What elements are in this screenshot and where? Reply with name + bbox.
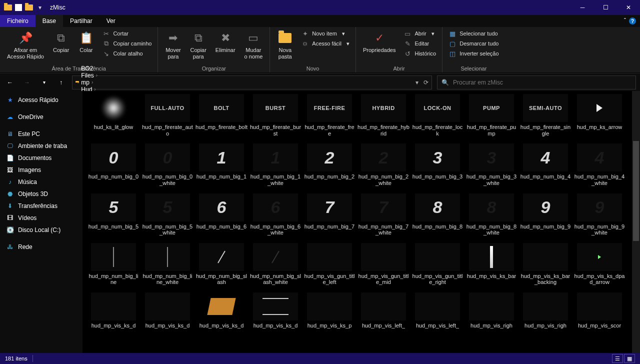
sidebar-network[interactable]: 🖧Rede xyxy=(0,241,82,253)
file-item[interactable]: hud_mp_num_big_line_white xyxy=(142,243,194,290)
copy-button[interactable]: ⧉Copiar xyxy=(50,29,72,54)
sidebar-documents[interactable]: 📄Documentos xyxy=(0,152,82,164)
file-item[interactable]: 7hud_mp_num_big_7 xyxy=(304,194,356,241)
file-item[interactable]: hud_mp_vis_ks_d xyxy=(196,292,248,334)
sidebar-this-pc[interactable]: 🖥Este PC xyxy=(0,128,82,140)
address-dropdown-icon[interactable]: ▾ xyxy=(416,79,418,86)
qat-dropdown-icon[interactable]: ▾ xyxy=(36,4,44,12)
cut-button[interactable]: ✂Cortar xyxy=(100,29,154,38)
paste-shortcut-button[interactable]: ↘Colar atalho xyxy=(100,49,154,58)
file-item[interactable]: 4hud_mp_num_big_4 xyxy=(520,144,572,191)
file-item[interactable]: hud_ks_lit_glow xyxy=(88,94,140,142)
breadcrumb-segment[interactable]: Files › xyxy=(81,72,100,79)
breadcrumb-segment[interactable]: BO2 › xyxy=(81,65,100,72)
file-item[interactable]: hud_mp_vis_left_ xyxy=(412,292,464,334)
file-item[interactable]: FREE-FIREhud_mp_firerate_free xyxy=(304,94,356,142)
file-item[interactable]: 3hud_mp_num_big_3 xyxy=(412,144,464,191)
file-item[interactable]: hud_mp_vis_left_ xyxy=(358,292,410,334)
recent-dropdown[interactable]: ▾ xyxy=(38,76,50,88)
sidebar-3dobjects[interactable]: ⬣Objetos 3D xyxy=(0,188,82,200)
file-item[interactable]: hud_mp_vis_gun_title_left xyxy=(304,243,356,290)
file-item[interactable]: SEMI-AUTOhud_mp_firerate_single xyxy=(520,94,572,142)
forward-button[interactable]: → xyxy=(21,76,33,88)
file-item[interactable]: hud_mp_vis_ks_d xyxy=(250,292,302,334)
sidebar-music[interactable]: ♪Música xyxy=(0,176,82,188)
file-item[interactable]: 2hud_mp_num_big_2_white xyxy=(358,144,410,191)
sidebar-pictures[interactable]: 🖼Imagens xyxy=(0,164,82,176)
rename-button[interactable]: ▭Mudar o nome xyxy=(242,29,266,60)
file-item[interactable]: 6hud_mp_num_big_6_white xyxy=(250,194,302,241)
file-item[interactable]: 9hud_mp_num_big_9_white xyxy=(574,194,626,241)
properties-button[interactable]: ✓Propriedades xyxy=(360,29,398,54)
tab-home[interactable]: Base xyxy=(36,15,63,27)
file-item[interactable]: BURSThud_mp_firerate_burst xyxy=(250,94,302,142)
file-item[interactable]: HYBRIDhud_mp_firerate_hybrid xyxy=(358,94,410,142)
file-item[interactable]: 5hud_mp_num_big_5 xyxy=(88,194,140,241)
select-all-button[interactable]: ▦Selecionar tudo xyxy=(446,29,500,38)
minimize-button[interactable]: ─ xyxy=(571,0,594,15)
invert-selection-button[interactable]: ◫Inverter seleção xyxy=(446,49,500,58)
view-icons-button[interactable]: ▦ xyxy=(624,354,635,363)
tab-file[interactable]: Ficheiro xyxy=(0,15,36,27)
file-item[interactable]: 0hud_mp_num_big_0 xyxy=(88,144,140,191)
sidebar-downloads[interactable]: ⬇Transferências xyxy=(0,200,82,212)
tab-share[interactable]: Partilhar xyxy=(63,15,100,27)
maximize-button[interactable]: ☐ xyxy=(594,0,617,15)
refresh-button[interactable]: ⟳ xyxy=(424,79,428,86)
file-item[interactable]: 8hud_mp_num_big_8 xyxy=(412,194,464,241)
file-item[interactable]: 9hud_mp_num_big_9 xyxy=(520,194,572,241)
file-item[interactable]: hud_mp_vis_gun_title_mid xyxy=(358,243,410,290)
breadcrumb-segment[interactable]: mp › xyxy=(81,79,100,86)
file-item[interactable]: 7hud_mp_num_big_7_white xyxy=(358,194,410,241)
qat-new-icon[interactable] xyxy=(25,4,33,12)
sidebar-quick-access[interactable]: ★Acesso Rápido xyxy=(0,94,82,106)
scrollbar-track[interactable] xyxy=(632,91,640,353)
search-box[interactable]: 🔍 xyxy=(437,76,636,90)
file-item[interactable]: 0hud_mp_num_big_0_white xyxy=(142,144,194,191)
file-item[interactable]: hud_mp_vis_ks_d xyxy=(142,292,194,334)
file-item[interactable]: hud_mp_num_big_slash xyxy=(196,243,248,290)
file-item[interactable]: hud_mp_vis_ks_bar xyxy=(466,243,518,290)
file-item[interactable]: 5hud_mp_num_big_5_white xyxy=(142,194,194,241)
delete-button[interactable]: ✖Eliminar xyxy=(212,29,238,54)
file-item[interactable]: 8hud_mp_num_big_8_white xyxy=(466,194,518,241)
file-item[interactable]: hud_mp_ks_arrow xyxy=(574,94,626,142)
file-item[interactable]: 1hud_mp_num_big_1_white xyxy=(250,144,302,191)
tab-view[interactable]: Ver xyxy=(100,15,122,27)
sidebar-videos[interactable]: 🎞Vídeos xyxy=(0,212,82,224)
file-item[interactable]: hud_mp_vis_gun_title_right xyxy=(412,243,464,290)
copy-path-button[interactable]: ⧉Copiar caminho xyxy=(100,39,154,48)
new-folder-button[interactable]: Nova pasta xyxy=(274,29,296,60)
file-item[interactable]: 3hud_mp_num_big_3_white xyxy=(466,144,518,191)
open-button[interactable]: ▭Abrir▾ xyxy=(402,29,438,38)
file-item[interactable]: hud_mp_num_big_line xyxy=(88,243,140,290)
file-item[interactable]: 4hud_mp_num_big_4_white xyxy=(574,144,626,191)
edit-button[interactable]: ✎Editar xyxy=(402,39,438,48)
help-icon[interactable]: ? xyxy=(629,18,636,24)
scrollbar-thumb[interactable] xyxy=(633,141,639,241)
file-item[interactable]: PUMPhud_mp_firerate_pump xyxy=(466,94,518,142)
file-item[interactable]: hud_mp_vis_scor xyxy=(574,292,626,334)
file-item[interactable]: hud_mp_vis_righ xyxy=(520,292,572,334)
up-button[interactable]: ↑ xyxy=(55,76,67,88)
file-item[interactable]: hud_mp_vis_righ xyxy=(466,292,518,334)
file-item[interactable]: hud_mp_vis_ks_d xyxy=(88,292,140,334)
new-item-button[interactable]: ✦Novo item▾ xyxy=(299,29,352,38)
file-item[interactable]: hud_mp_num_big_slash_white xyxy=(250,243,302,290)
move-to-button[interactable]: ➡Mover para xyxy=(162,29,184,60)
sidebar-local-disk[interactable]: 💽Disco Local (C:) xyxy=(0,224,82,236)
search-input[interactable] xyxy=(453,79,632,86)
file-item[interactable]: LOCK-ONhud_mp_firerate_lock xyxy=(412,94,464,142)
select-none-button[interactable]: ▢Desmarcar tudo xyxy=(446,39,500,48)
file-item[interactable]: 6hud_mp_num_big_6 xyxy=(196,194,248,241)
history-button[interactable]: ↺Histórico xyxy=(402,49,438,58)
file-item[interactable]: FULL-AUTOhud_mp_firerate_auto xyxy=(142,94,194,142)
sidebar-onedrive[interactable]: ☁OneDrive xyxy=(0,111,82,123)
file-item[interactable]: 2hud_mp_num_big_2 xyxy=(304,144,356,191)
file-item[interactable]: 1hud_mp_num_big_1 xyxy=(196,144,248,191)
close-button[interactable]: ✕ xyxy=(617,0,640,15)
file-item[interactable]: hud_mp_vis_ks_p xyxy=(304,292,356,334)
back-button[interactable]: ← xyxy=(4,76,16,88)
easy-access-button[interactable]: ⛭Acesso fácil▾ xyxy=(299,39,352,48)
view-details-button[interactable]: ☰ xyxy=(612,354,623,363)
